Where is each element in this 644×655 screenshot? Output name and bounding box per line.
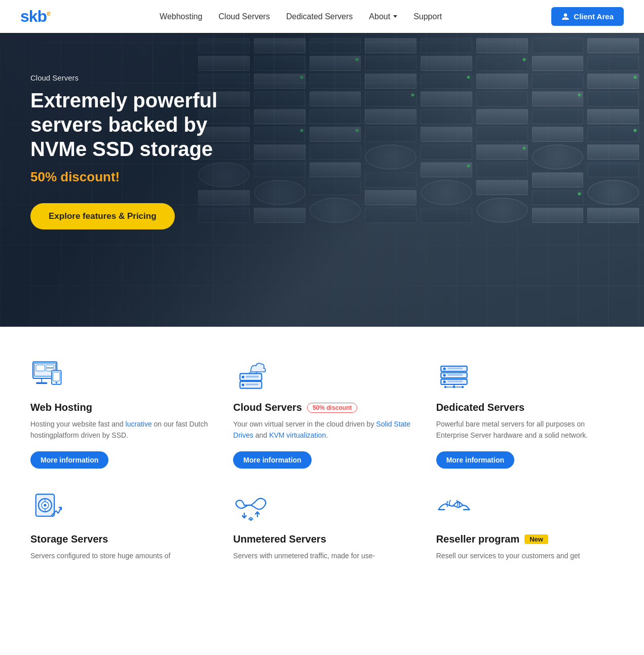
svg-rect-25 — [447, 374, 463, 375]
desktop-icon — [30, 357, 66, 393]
card-web-hosting-title: Web Hosting — [30, 402, 92, 413]
hero-content: Cloud Servers Extremely powerful servers… — [0, 33, 294, 270]
nav-support[interactable]: Support — [413, 12, 442, 21]
svg-point-40 — [250, 519, 252, 521]
card-unmetered-servers-title: Unmetered Servers — [233, 533, 326, 545]
client-area-label: Client Area — [574, 12, 614, 21]
client-area-button[interactable]: Client Area — [551, 7, 624, 26]
svg-point-31 — [462, 386, 464, 388]
handshake-icon — [436, 489, 472, 524]
card-web-hosting: Web Hosting Hosting your website fast an… — [30, 357, 208, 469]
svg-point-22 — [443, 374, 445, 376]
svg-rect-14 — [246, 376, 259, 377]
cloud-servers-more-info-button[interactable]: More information — [233, 451, 311, 469]
cloud-servers-discount-badge: 50% discount — [307, 403, 357, 413]
card-storage-servers-desc: Servers configured to store huge amounts… — [30, 550, 170, 561]
card-cloud-servers-title: Cloud Servers 50% discount — [233, 402, 357, 413]
chevron-down-icon — [393, 15, 397, 18]
hero-subtitle: Cloud Servers — [30, 73, 263, 82]
nav-about[interactable]: About — [369, 12, 397, 21]
dedicated-icon — [436, 357, 472, 393]
card-unmetered-servers: Unmetered Servers Servers with unmetered… — [233, 489, 410, 571]
hero-title: Extremely powerful servers backed by NVM… — [30, 88, 263, 161]
logo[interactable]: skbe — [20, 7, 50, 26]
card-reseller-program: Reseller program New Resell our services… — [436, 489, 614, 571]
card-dedicated-servers: Dedicated Servers Powerful bare metal se… — [436, 357, 614, 469]
cloud-server-icon — [233, 357, 269, 393]
svg-rect-26 — [447, 380, 463, 382]
svg-rect-15 — [246, 383, 259, 385]
storage-icon — [30, 489, 66, 524]
web-hosting-more-info-button[interactable]: More information — [30, 451, 108, 469]
cards-section: Web Hosting Hosting your website fast an… — [0, 327, 644, 592]
cards-grid: Web Hosting Hosting your website fast an… — [30, 357, 614, 571]
nav-webhosting[interactable]: Webhosting — [160, 12, 202, 21]
svg-rect-8 — [53, 372, 60, 381]
logo-text: skb — [20, 7, 47, 25]
dedicated-servers-more-info-button[interactable]: More information — [436, 451, 514, 469]
nav-dedicated-servers[interactable]: Dedicated Servers — [286, 12, 353, 21]
svg-point-29 — [444, 386, 446, 388]
svg-point-30 — [453, 386, 455, 388]
svg-rect-3 — [46, 365, 54, 367]
hero-cta-button[interactable]: Explore features & Pricing — [30, 203, 175, 229]
logo-sup: e — [47, 9, 50, 17]
card-storage-servers-title: Storage Servers — [30, 533, 108, 545]
reseller-new-badge: New — [524, 534, 548, 544]
card-reseller-program-title: Reseller program New — [436, 533, 548, 545]
unmetered-icon — [233, 489, 269, 524]
card-cloud-servers-desc: Your own virtual server in the cloud dri… — [233, 418, 410, 441]
svg-point-23 — [443, 380, 445, 383]
svg-point-12 — [242, 376, 244, 378]
card-cloud-servers: Cloud Servers 50% discount Your own virt… — [233, 357, 410, 469]
main-nav: Webhosting Cloud Servers Dedicated Serve… — [160, 12, 442, 21]
svg-point-35 — [44, 504, 46, 507]
card-storage-servers: Storage Servers Servers configured to st… — [30, 489, 208, 571]
svg-point-9 — [56, 382, 57, 383]
hero-section: Cloud Servers Extremely powerful servers… — [0, 33, 644, 327]
svg-rect-24 — [447, 367, 463, 369]
svg-point-13 — [242, 383, 244, 386]
svg-point-21 — [443, 367, 445, 370]
person-icon — [561, 13, 570, 21]
card-dedicated-servers-title: Dedicated Servers — [436, 402, 525, 413]
card-web-hosting-desc: Hosting your website fast and lucrative … — [30, 418, 208, 441]
card-dedicated-servers-desc: Powerful bare metal servers for all purp… — [436, 418, 614, 441]
card-unmetered-servers-desc: Servers with unmetered traffic, made for… — [233, 550, 375, 561]
svg-rect-6 — [36, 382, 47, 384]
hero-discount: 50% discount! — [30, 169, 263, 185]
card-reseller-program-desc: Resell our services to your customers an… — [436, 550, 580, 561]
header: skbe Webhosting Cloud Servers Dedicated … — [0, 0, 644, 33]
svg-rect-2 — [36, 365, 45, 371]
nav-cloud-servers[interactable]: Cloud Servers — [218, 12, 270, 21]
